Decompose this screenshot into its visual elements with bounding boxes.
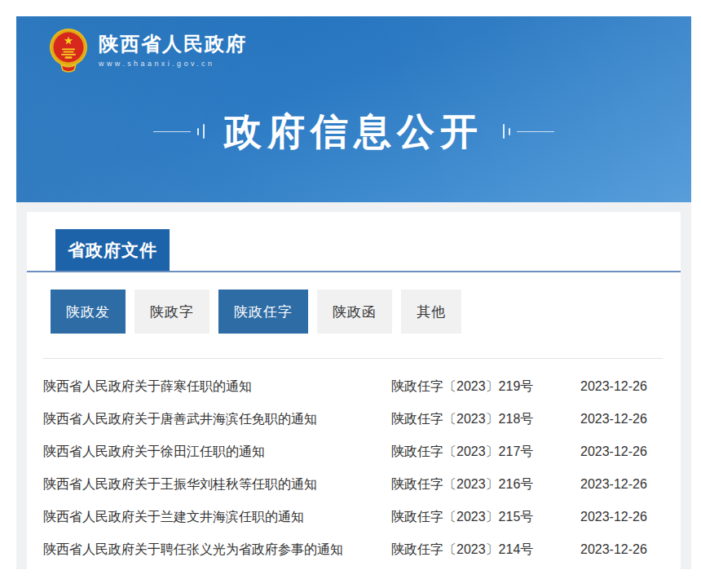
filter-button[interactable]: 其他: [401, 290, 461, 334]
doc-date: 2023-12-26: [580, 510, 647, 524]
doc-title-link[interactable]: 陕西省人民政府关于唐善武井海滨任免职的通知: [43, 411, 391, 428]
site-logo[interactable]: 陕西省人民政府 www.shaanxi.gov.cn: [49, 28, 247, 73]
filter-buttons: 陕政发陕政字陕政任字陕政函其他: [51, 290, 681, 334]
ornament-bar-tall-right: [503, 124, 505, 139]
page-title-row: 政府信息公开: [16, 113, 691, 150]
filter-button[interactable]: 陕政任字: [218, 290, 308, 334]
doc-title-link[interactable]: 陕西省人民政府关于薛寒任职的通知: [43, 378, 391, 396]
tab-provincial-documents[interactable]: 省政府文件: [55, 229, 170, 271]
ornament-line-left: [153, 131, 191, 132]
doc-date: 2023-12-26: [580, 412, 647, 427]
site-url: www.shaanxi.gov.cn: [99, 60, 247, 68]
document-list: 陕西省人民政府关于薛寒任职的通知 陕政任字〔2023〕219号 2023-12-…: [43, 370, 663, 566]
content-card: 省政府文件 陕政发陕政字陕政任字陕政函其他 陕西省人民政府关于薛寒任职的通知 陕…: [27, 212, 681, 569]
banner: 陕西省人民政府 www.shaanxi.gov.cn 政府信息公开: [16, 16, 691, 202]
document-row: 陕西省人民政府关于薛寒任职的通知 陕政任字〔2023〕219号 2023-12-…: [43, 370, 663, 403]
doc-title-link[interactable]: 陕西省人民政府关于聘任张义光为省政府参事的通知: [43, 542, 391, 559]
doc-date: 2023-12-26: [580, 477, 647, 492]
site-name: 陕西省人民政府: [99, 33, 247, 55]
page-panel: 陕西省人民政府 www.shaanxi.gov.cn 政府信息公开 省政府文件 …: [16, 16, 691, 569]
page-title: 政府信息公开: [224, 113, 483, 150]
document-row: 陕西省人民政府关于徐田江任职的通知 陕政任字〔2023〕217号 2023-12…: [43, 435, 663, 468]
filter-button[interactable]: 陕政字: [134, 290, 209, 334]
ornament-bar-tall-left: [203, 124, 205, 139]
ornament-bar-short-right: [509, 128, 510, 135]
doc-number: 陕政任字〔2023〕214号: [391, 542, 580, 559]
doc-title-link[interactable]: 陕西省人民政府关于徐田江任职的通知: [43, 444, 391, 461]
national-emblem-icon: [49, 28, 88, 73]
doc-title-link[interactable]: 陕西省人民政府关于兰建文井海滨任职的通知: [43, 509, 391, 526]
logo-text: 陕西省人民政府 www.shaanxi.gov.cn: [99, 33, 247, 67]
list-divider: [43, 358, 663, 359]
document-row: 陕西省人民政府关于聘任张义光为省政府参事的通知 陕政任字〔2023〕214号 2…: [43, 533, 663, 566]
document-row: 陕西省人民政府关于唐善武井海滨任免职的通知 陕政任字〔2023〕218号 202…: [43, 403, 663, 435]
doc-number: 陕政任字〔2023〕218号: [391, 411, 580, 428]
doc-number: 陕政任字〔2023〕217号: [391, 444, 580, 461]
filter-button[interactable]: 陕政发: [51, 290, 126, 334]
doc-date: 2023-12-26: [580, 542, 647, 557]
tab-strip: 省政府文件: [27, 212, 681, 272]
doc-number: 陕政任字〔2023〕216号: [391, 476, 580, 493]
doc-date: 2023-12-26: [580, 379, 647, 394]
doc-title-link[interactable]: 陕西省人民政府关于王振华刘桂秋等任职的通知: [43, 476, 391, 493]
document-row: 陕西省人民政府关于王振华刘桂秋等任职的通知 陕政任字〔2023〕216号 202…: [43, 468, 663, 501]
doc-number: 陕政任字〔2023〕215号: [391, 509, 580, 526]
doc-date: 2023-12-26: [580, 444, 647, 459]
document-row: 陕西省人民政府关于兰建文井海滨任职的通知 陕政任字〔2023〕215号 2023…: [43, 501, 663, 533]
ornament-line-right: [517, 131, 554, 132]
filter-button[interactable]: 陕政函: [317, 290, 392, 334]
doc-number: 陕政任字〔2023〕219号: [391, 378, 580, 396]
ornament-bar-short-left: [197, 128, 199, 135]
